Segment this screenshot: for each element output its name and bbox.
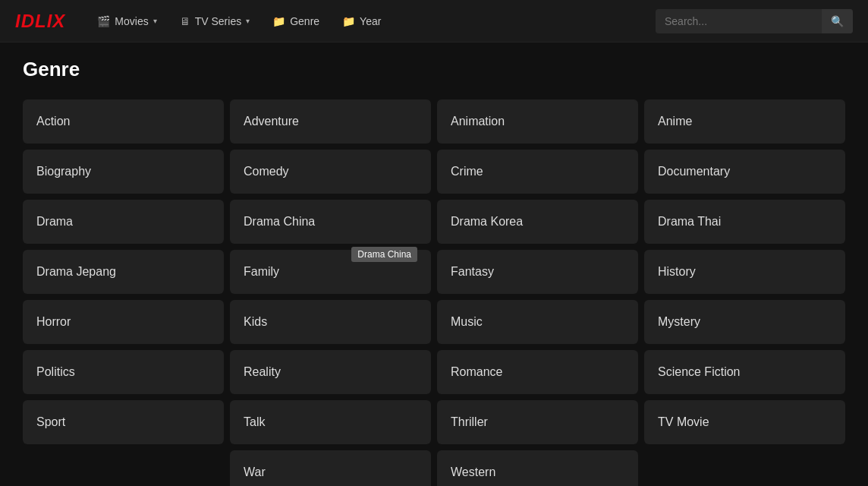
genre-card-action[interactable]: Action	[23, 99, 224, 144]
genre-card-drama-thai[interactable]: Drama Thai	[644, 200, 845, 244]
genre-card-horror[interactable]: Horror	[23, 300, 224, 344]
genre-card-anime[interactable]: Anime	[644, 99, 845, 144]
page-title: Genre	[23, 58, 845, 81]
genre-card-drama-korea[interactable]: Drama Korea	[437, 200, 638, 244]
genre-grid: ActionAdventureAnimationAnimeBiographyCo…	[23, 99, 845, 486]
genre-label-talk: Talk	[244, 415, 265, 428]
genre-label-sport: Sport	[36, 415, 65, 428]
genre-card-music[interactable]: Music	[437, 300, 638, 344]
drama-china-tooltip: Drama China	[351, 247, 417, 262]
genre-label-adventure: Adventure	[244, 115, 299, 128]
genre-card-crime[interactable]: Crime	[437, 150, 638, 194]
search-icon: 🔍	[831, 15, 844, 27]
search-input[interactable]	[656, 9, 822, 33]
genre-card-talk[interactable]: Talk	[230, 400, 431, 444]
navbar: IDLIX 🎬 Movies ▾ 🖥 TV Series ▾ 📁 Genre 📁…	[0, 0, 868, 43]
genre-card-biography[interactable]: Biography	[23, 150, 224, 194]
genre-card-comedy[interactable]: Comedy	[230, 150, 431, 194]
genre-label-horror: Horror	[36, 315, 71, 328]
genre-label-drama-thai: Drama Thai	[658, 215, 721, 228]
genre-label-tv-movie: TV Movie	[658, 415, 709, 428]
genre-label-music: Music	[451, 315, 483, 328]
genre-label-animation: Animation	[451, 115, 505, 128]
genre-label: Genre	[290, 15, 319, 27]
genre-label-politics: Politics	[36, 365, 75, 378]
genre-card-western[interactable]: Western	[437, 450, 638, 486]
logo[interactable]: IDLIX	[15, 11, 65, 32]
genre-label-western: Western	[451, 465, 495, 478]
genre-card-animation[interactable]: Animation	[437, 99, 638, 144]
genre-label-comedy: Comedy	[244, 165, 289, 178]
genre-label-documentary: Documentary	[658, 165, 730, 178]
genre-label-fantasy: Fantasy	[451, 265, 494, 278]
genre-label-biography: Biography	[36, 165, 91, 178]
search-button[interactable]: 🔍	[822, 9, 853, 33]
genre-label-mystery: Mystery	[658, 315, 700, 328]
genre-card-fantasy[interactable]: Fantasy	[437, 250, 638, 294]
genre-card-drama-china[interactable]: Drama China	[230, 200, 431, 244]
genre-label-drama-korea: Drama Korea	[451, 215, 523, 228]
nav-genre[interactable]: 📁 Genre	[263, 9, 329, 33]
genre-card-kids[interactable]: Kids	[230, 300, 431, 344]
genre-card-drama-jepang[interactable]: Drama Jepang	[23, 250, 224, 294]
genre-label-crime: Crime	[451, 165, 483, 178]
genre-card-adventure[interactable]: Adventure	[230, 99, 431, 144]
genre-card-mystery[interactable]: Mystery	[644, 300, 845, 344]
genre-card-tv-movie[interactable]: TV Movie	[644, 400, 845, 444]
genre-card-drama[interactable]: Drama	[23, 200, 224, 244]
genre-card-thriller[interactable]: Thriller	[437, 400, 638, 444]
year-label: Year	[360, 15, 381, 27]
tvseries-label: TV Series	[195, 15, 241, 27]
genre-label-drama-china: Drama China	[244, 215, 315, 228]
nav-tvseries[interactable]: 🖥 TV Series ▾	[171, 9, 259, 33]
genre-card-reality[interactable]: Reality	[230, 350, 431, 394]
genre-label-anime: Anime	[658, 115, 692, 128]
movies-arrow-icon: ▾	[153, 17, 157, 25]
genre-card-war[interactable]: War	[230, 450, 431, 486]
genre-label-war: War	[244, 465, 266, 478]
year-icon: 📁	[342, 15, 355, 27]
genre-label-action: Action	[36, 115, 70, 128]
genre-card-science-fiction[interactable]: Science Fiction	[644, 350, 845, 394]
movies-icon: 🎬	[97, 15, 110, 27]
movies-label: Movies	[115, 15, 148, 27]
genre-label-drama: Drama	[36, 215, 73, 228]
genre-label-romance: Romance	[451, 365, 502, 378]
nav-links: 🎬 Movies ▾ 🖥 TV Series ▾ 📁 Genre 📁 Year	[88, 9, 656, 33]
genre-label-thriller: Thriller	[451, 415, 488, 428]
genre-card-sport[interactable]: Sport	[23, 400, 224, 444]
genre-label-history: History	[658, 265, 696, 278]
genre-label-family: Family	[244, 265, 279, 278]
nav-movies[interactable]: 🎬 Movies ▾	[88, 9, 165, 33]
genre-card-documentary[interactable]: Documentary	[644, 150, 845, 194]
tvseries-arrow-icon: ▾	[246, 17, 250, 25]
genre-card-politics[interactable]: Politics	[23, 350, 224, 394]
genre-label-drama-jepang: Drama Jepang	[36, 265, 116, 278]
genre-icon: 📁	[272, 15, 285, 27]
search-bar: 🔍	[656, 9, 853, 33]
genre-label-reality: Reality	[244, 365, 281, 378]
main-content: Genre ActionAdventureAnimationAnimeBiogr…	[0, 43, 868, 486]
genre-card-history[interactable]: History	[644, 250, 845, 294]
nav-year[interactable]: 📁 Year	[333, 9, 390, 33]
genre-label-kids: Kids	[244, 315, 267, 328]
genre-card-family[interactable]: FamilyDrama China	[230, 250, 431, 294]
genre-card-romance[interactable]: Romance	[437, 350, 638, 394]
tvseries-icon: 🖥	[180, 15, 190, 27]
genre-label-science-fiction: Science Fiction	[658, 365, 741, 378]
